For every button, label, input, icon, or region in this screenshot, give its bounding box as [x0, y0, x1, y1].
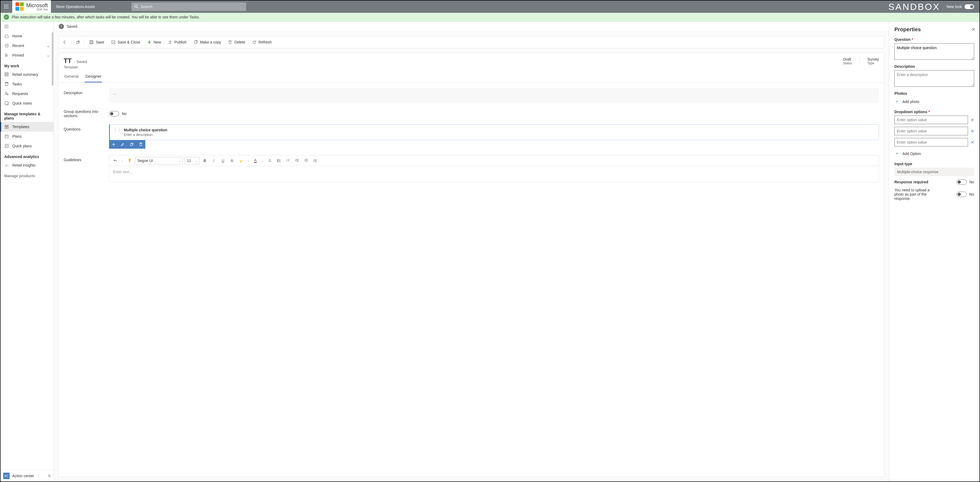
sidebar-item-requests[interactable]: Requests [0, 89, 54, 99]
rte-undo-dropdown[interactable]: ⌄ [121, 157, 124, 164]
question-edit-button[interactable] [118, 140, 127, 148]
rte-font-color-dropdown[interactable]: ⌄ [261, 157, 264, 164]
sidebar-item-label: Templates [12, 124, 29, 129]
sidebar-item-retail-summary[interactable]: Retail summary [0, 70, 54, 79]
option-remove-1[interactable]: ✕ [970, 117, 974, 123]
sidebar-item-label: Requests [12, 91, 28, 96]
new-look-toggle[interactable] [964, 4, 974, 9]
rte-size-select[interactable]: 11⌄ [185, 157, 199, 164]
panel-description-input[interactable] [894, 70, 974, 87]
action-center-badge: AC [3, 472, 10, 479]
rte-clear-format-button[interactable] [266, 157, 274, 164]
sidebar-item-quick-plans[interactable]: Quick plans [0, 141, 54, 151]
panel-question-input[interactable] [894, 43, 974, 60]
panel-close-button[interactable]: ✕ [972, 27, 975, 32]
rte-undo-button[interactable] [111, 157, 119, 164]
rte-bold-button[interactable]: B [201, 157, 208, 164]
new-look-label: New look [947, 5, 962, 9]
search-input[interactable] [132, 2, 246, 11]
bold-icon: B [204, 158, 206, 163]
panel-dropdown-label: Dropdown options [894, 110, 928, 114]
rte-font-select[interactable]: Segoe UI⌄ [135, 157, 183, 164]
sidebar-footer[interactable]: AC Action center ⇅ [0, 470, 54, 482]
sidebar-item-retail-insights[interactable]: Retail insights [0, 160, 54, 170]
delete-button[interactable]: Delete [225, 38, 248, 47]
sidebar-item-pinned[interactable]: Pinned ⌄ [0, 50, 54, 60]
svg-rect-5 [8, 6, 8, 7]
rte-font-color-button[interactable]: A [252, 157, 259, 164]
upload-photo-toggle[interactable] [956, 192, 967, 197]
rte-highlight-dropdown[interactable]: ⌄ [247, 157, 250, 164]
svg-point-46 [277, 159, 278, 160]
question-copy-button[interactable] [127, 140, 136, 148]
svg-rect-9 [16, 2, 19, 6]
tab-designer[interactable]: Designer [85, 74, 102, 83]
app-launcher-button[interactable] [0, 0, 12, 13]
question-add-button[interactable] [109, 140, 118, 148]
sidebar-scrollbar[interactable] [52, 32, 53, 86]
rte-italic-button[interactable]: I [210, 157, 218, 164]
group-sections-toggle[interactable] [109, 111, 119, 117]
response-required-value: No [969, 180, 974, 184]
save-close-button[interactable]: Save & Close [108, 38, 143, 47]
rte-indent-button[interactable] [302, 157, 310, 164]
copy-icon [194, 40, 198, 44]
chevron-down-icon: ⌄ [47, 43, 50, 48]
sidebar-item-quick-notes[interactable]: Quick notes [0, 99, 54, 108]
rte-bullets-button[interactable] [275, 157, 283, 164]
add-photo-button[interactable]: ＋Add photo [894, 97, 974, 106]
svg-rect-19 [5, 73, 6, 74]
back-button[interactable] [60, 38, 70, 47]
question-delete-button[interactable] [136, 140, 145, 148]
question-card[interactable]: ⋮⋮ Multiple choice question Enter a desc… [109, 124, 879, 140]
option-input-1[interactable] [894, 116, 968, 124]
drag-handle-icon[interactable]: ⋮⋮ [114, 128, 121, 132]
question-title: Multiple choice question [124, 128, 167, 132]
sidebar-item-home[interactable]: Home [0, 31, 54, 41]
rte-numbered-button[interactable]: 12 [284, 157, 292, 164]
option-input-3[interactable] [894, 138, 968, 147]
refresh-button[interactable]: Refresh [249, 38, 275, 47]
svg-rect-12 [20, 7, 24, 11]
properties-panel: ✕ Properties Question * Description Phot… [889, 22, 980, 482]
form-body: Description --- Group questions into sec… [58, 83, 885, 477]
rte-underline-button[interactable]: U [219, 157, 227, 164]
sidebar-item-label: Quick notes [12, 101, 32, 105]
publish-button[interactable]: Publish [165, 38, 190, 47]
sidebar-item-tasks[interactable]: Tasks [0, 79, 54, 89]
rte-outdent-button[interactable] [293, 157, 301, 164]
rte-format-painter-button[interactable] [126, 157, 133, 164]
option-remove-3[interactable]: ✕ [970, 140, 974, 145]
sidebar-item-plans[interactable]: Plans [0, 132, 54, 141]
sidebar-item-label: Plans [12, 134, 22, 139]
chevron-down-icon: ⌄ [262, 159, 264, 162]
svg-text:2: 2 [286, 160, 287, 162]
top-bar: Microsoft SOA Test Store Operations Assi… [0, 0, 980, 13]
make-copy-button[interactable]: Make a copy [190, 38, 224, 47]
sidebar-collapse-button[interactable] [0, 22, 54, 31]
option-remove-2[interactable]: ✕ [970, 129, 974, 134]
sidebar-item-templates[interactable]: Templates [0, 122, 54, 132]
sidebar-item-recent[interactable]: Recent ⌄ [0, 41, 54, 50]
rte-blockquote-button[interactable] [312, 157, 319, 164]
response-required-label: Response required [894, 180, 928, 184]
sidebar-item-label: Retail summary [12, 72, 38, 77]
svg-rect-27 [5, 102, 8, 105]
save-button[interactable]: Save [86, 38, 107, 47]
command-bar: Save Save & Close New Publish Make a cop… [58, 36, 885, 48]
record-title: TT [64, 57, 72, 64]
rte-toolbar: ⌄ Segoe UI⌄ 11⌄ B I U S ⌄ [109, 155, 879, 166]
indent-icon [304, 159, 308, 163]
rte-strike-button[interactable]: S [228, 157, 236, 164]
open-new-window-button[interactable] [73, 38, 83, 47]
sidebar-item-label: Home [12, 34, 22, 38]
add-option-button[interactable]: ＋Add Option [894, 149, 974, 158]
new-button[interactable]: New [144, 38, 164, 47]
description-field[interactable]: --- [109, 88, 879, 103]
rte-textarea[interactable]: Enter text... [109, 166, 879, 182]
response-required-toggle[interactable] [956, 179, 967, 185]
tab-general[interactable]: General [64, 74, 79, 83]
rte-highlight-button[interactable] [237, 157, 245, 164]
banner-text: Plan execution will take a few minutes, … [12, 15, 200, 19]
option-input-2[interactable] [894, 127, 968, 135]
